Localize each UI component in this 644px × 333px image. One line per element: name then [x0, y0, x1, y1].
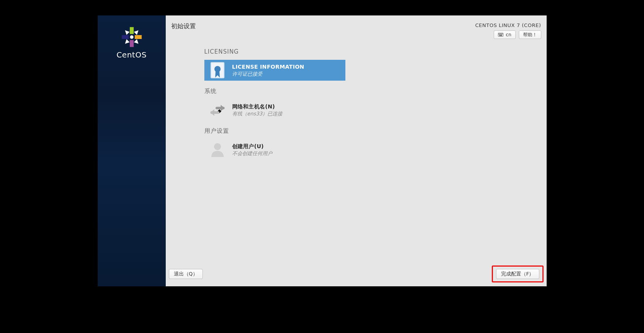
section-heading-system: 系统 [204, 88, 539, 95]
svg-rect-15 [499, 34, 500, 35]
svg-rect-14 [502, 34, 503, 34]
svg-rect-1 [134, 35, 141, 39]
svg-rect-18 [502, 34, 503, 35]
centos-logo-icon [121, 26, 143, 48]
svg-marker-4 [134, 29, 140, 35]
svg-rect-12 [501, 34, 501, 34]
spoke-create-user[interactable]: 创建用户(U) 不会创建任何用户 [204, 139, 345, 160]
footer: 退出（Q） 完成配置（F） [169, 265, 544, 282]
quit-button[interactable]: 退出（Q） [169, 269, 203, 279]
main-panel: 初始设置 CENTOS LINUX 7 (CORE) [166, 15, 547, 286]
svg-marker-6 [123, 39, 129, 46]
svg-marker-7 [123, 29, 129, 35]
spoke-network-status: 有线（ens33）已连接 [232, 110, 283, 117]
content-area: LICENSING LICENSE INFORMATION 许可证已接受 系统 [166, 39, 547, 286]
svg-rect-17 [501, 34, 501, 35]
network-icon [210, 102, 225, 118]
spoke-license-title: LICENSE INFORMATION [232, 63, 304, 71]
section-heading-user: 用户设置 [204, 127, 539, 135]
svg-rect-2 [129, 40, 133, 47]
keyboard-layout-value: cn [506, 32, 511, 37]
svg-rect-19 [499, 35, 502, 36]
svg-rect-16 [500, 34, 501, 35]
keyboard-icon [498, 33, 503, 37]
svg-marker-5 [134, 39, 140, 46]
finish-configuration-button[interactable]: 完成配置（F） [496, 269, 539, 279]
section-heading-licensing: LICENSING [204, 48, 539, 55]
svg-point-8 [130, 35, 133, 39]
finish-highlight-box: 完成配置（F） [492, 265, 543, 282]
svg-rect-11 [500, 34, 500, 34]
license-icon [210, 62, 225, 78]
os-version-label: CENTOS LINUX 7 (CORE) [475, 22, 541, 28]
spoke-license-status: 许可证已接受 [232, 71, 304, 78]
svg-rect-13 [501, 34, 502, 34]
svg-marker-22 [210, 109, 214, 116]
spoke-user-title: 创建用户(U) [232, 143, 272, 150]
centos-brand-label: CentOS [116, 50, 146, 59]
svg-rect-10 [499, 34, 500, 34]
header: 初始设置 CENTOS LINUX 7 (CORE) [166, 15, 547, 39]
svg-point-24 [214, 143, 221, 150]
user-icon [210, 142, 225, 158]
spoke-license-information[interactable]: LICENSE INFORMATION 许可证已接受 [204, 60, 345, 81]
spoke-user-status: 不会创建任何用户 [232, 150, 272, 157]
initial-setup-window: CentOS 初始设置 CENTOS LINUX 7 (CORE) [98, 15, 547, 286]
spoke-network-title: 网络和主机名(N) [232, 103, 283, 110]
keyboard-layout-selector[interactable]: cn [494, 30, 515, 39]
page-title: 初始设置 [171, 22, 196, 30]
svg-rect-0 [129, 27, 133, 34]
help-button[interactable]: 帮助！ [519, 30, 541, 39]
sidebar: CentOS [98, 15, 166, 286]
svg-rect-3 [122, 35, 129, 39]
spoke-network-hostname[interactable]: 网络和主机名(N) 有线（ens33）已连接 [204, 100, 345, 120]
svg-marker-23 [221, 105, 224, 112]
svg-point-21 [214, 66, 221, 72]
